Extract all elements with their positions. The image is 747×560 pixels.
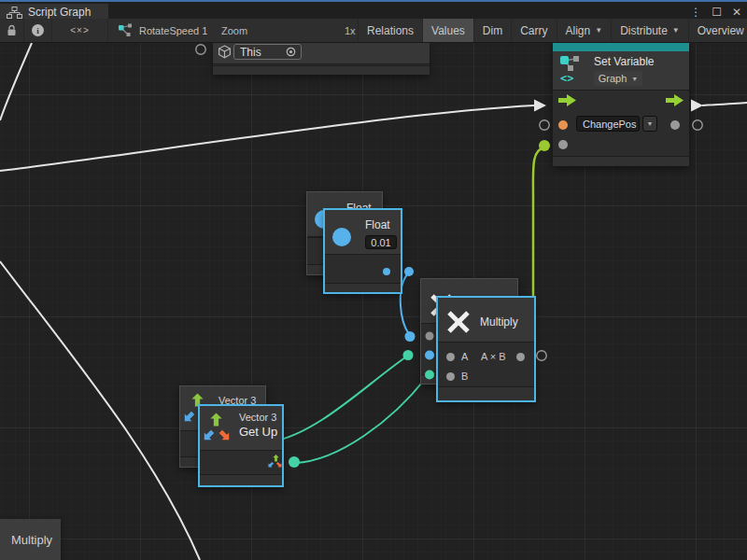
chevron-down-icon: ▼ (672, 26, 680, 35)
graph-toolbar: i <×> RotateSpeed 1 Zoom 1x Relations Va… (0, 19, 747, 43)
this-field-value: This (240, 46, 261, 59)
node-title: Multiply (480, 315, 518, 329)
output-value-port[interactable] (670, 120, 680, 130)
wire-multiply-to-set-variable[interactable] (533, 147, 544, 299)
corner-node-title: Multiply (11, 533, 52, 547)
multiply-icon (446, 310, 471, 334)
zoom-value: 1x (345, 19, 356, 42)
variable-name-port[interactable] (558, 120, 568, 130)
gameobject-cube-icon (218, 45, 232, 59)
title-bar: Script Graph ⋮ ☐ ✕ (0, 0, 747, 19)
node-title: Vector 3 (239, 412, 276, 423)
wire-flow-into-set-variable[interactable] (0, 105, 534, 171)
carry-button[interactable]: Carry (511, 19, 556, 42)
distribute-dropdown[interactable]: Distribute▼ (611, 19, 688, 42)
output-label: A × B (481, 351, 506, 362)
wire-flow-offscreen-top-left[interactable] (0, 43, 32, 120)
set-variable-accent-bar (553, 43, 689, 51)
object-picker-icon[interactable] (285, 46, 297, 58)
relations-button[interactable]: Relations (358, 19, 422, 42)
empty-port-multiply-output[interactable] (537, 351, 546, 360)
lock-button[interactable] (0, 19, 24, 42)
graph-asset-icon (118, 23, 133, 37)
input-value-port[interactable] (558, 140, 568, 149)
empty-port-set-variable-left[interactable] (540, 120, 549, 130)
float-value-field[interactable]: 0.01 (365, 235, 397, 249)
input-a-port[interactable] (446, 353, 455, 361)
chevron-down-icon: ▼ (595, 26, 602, 35)
node-multiply[interactable]: Multiply A A × B B (437, 297, 535, 401)
flow-output-port[interactable] (666, 94, 684, 106)
graph-tab-icon (7, 7, 22, 19)
result-output-port[interactable] (516, 353, 525, 361)
inspect-button[interactable]: i (24, 19, 52, 42)
wire-getup-to-multiply-b[interactable] (295, 378, 426, 463)
lock-icon (7, 24, 17, 36)
float-value: 0.01 (371, 237, 390, 248)
node-title: Set Variable (594, 55, 654, 68)
graph-name-label: RotateSpeed 1 (139, 25, 207, 36)
variable-name-value: ChangePos (583, 119, 637, 130)
wire-float-to-multiply[interactable] (401, 273, 409, 334)
vector3-downleft-arrow-icon (202, 428, 216, 442)
edit-code-button[interactable]: <×> (52, 19, 108, 42)
close-icon[interactable]: ✕ (732, 6, 741, 19)
this-object-field[interactable]: This (233, 44, 302, 60)
wire-vector3-to-multiply-back[interactable] (273, 357, 405, 441)
node-subtitle: Get Up (239, 425, 277, 439)
unity-script-graph-window: Script Graph ⋮ ☐ ✕ i <×> (0, 0, 747, 560)
float-output-port[interactable] (383, 268, 390, 275)
flow-input-port[interactable] (558, 94, 576, 106)
node-set-variable[interactable]: <> Set Variable Graph ▼ ChangePos ▼ (553, 43, 689, 166)
wire-endpoint-multiply-back-a[interactable] (405, 331, 416, 342)
maximize-icon[interactable]: ☐ (712, 6, 722, 19)
node-vector3-get-up[interactable]: Vector 3 Get Up (199, 405, 283, 486)
node-this[interactable]: This (213, 43, 430, 75)
input-a-label: A (461, 351, 468, 362)
scope-value: Graph (599, 73, 627, 84)
wire-endpoint-getup-output[interactable] (289, 456, 300, 468)
mini-downleft-arrow-icon (267, 461, 275, 469)
wire-flow-out-of-set-variable[interactable] (702, 103, 747, 105)
corner-node-multiply[interactable]: Multiply (0, 519, 61, 560)
variable-scope-dropdown[interactable]: Graph ▼ (594, 71, 642, 86)
code-icon: <×> (70, 25, 90, 35)
svg-text:<>: <> (560, 72, 573, 84)
variable-name-dropdown[interactable]: ▼ (642, 116, 657, 132)
vector3-downright-arrow-icon (218, 428, 232, 442)
flow-arrow-out-of-set-variable[interactable] (691, 100, 703, 112)
chevron-down-icon: ▼ (631, 76, 638, 82)
graph-breadcrumb[interactable]: RotateSpeed 1 (118, 19, 207, 42)
float-icon (332, 228, 351, 246)
input-b-label: B (461, 371, 468, 382)
chevron-down-icon: ▼ (647, 120, 654, 127)
info-icon: i (32, 24, 44, 36)
align-dropdown[interactable]: Align▼ (557, 19, 612, 42)
wire-endpoint-multiply-back-b[interactable] (403, 350, 414, 360)
dim-button[interactable]: Dim (473, 19, 511, 42)
input-b-port[interactable] (446, 372, 455, 381)
zoom-label: Zoom (221, 19, 247, 42)
vector3-output-port[interactable] (267, 454, 284, 469)
tab-title: Script Graph (28, 6, 91, 19)
set-variable-icon: <> (558, 54, 583, 84)
variable-name-field[interactable]: ChangePos (576, 116, 640, 132)
node-float[interactable]: Float 0.01 (324, 209, 402, 293)
vector3-up-arrow-icon (208, 412, 224, 428)
empty-port-set-variable-right[interactable] (693, 120, 702, 130)
wire-flow-diagonal[interactable] (0, 261, 200, 560)
flow-arrow-into-set-variable[interactable] (534, 100, 546, 112)
node-title: Float (365, 218, 390, 231)
wire-endpoint-lime[interactable] (539, 140, 550, 151)
wire-endpoint-float-output[interactable] (404, 267, 414, 276)
graph-canvas[interactable]: This <> Set Variable Graph (0, 43, 747, 560)
toolbar-button-group: Relations Values Dim Carry Align▼ Distri… (358, 19, 747, 42)
mini-downright-arrow-icon (275, 461, 283, 469)
menu-icon[interactable]: ⋮ (690, 6, 701, 19)
values-button[interactable]: Values (422, 19, 473, 42)
vector3-downleft-arrow-icon (182, 410, 196, 424)
overview-button[interactable]: Overview (688, 19, 747, 42)
empty-port-this[interactable] (196, 45, 205, 54)
